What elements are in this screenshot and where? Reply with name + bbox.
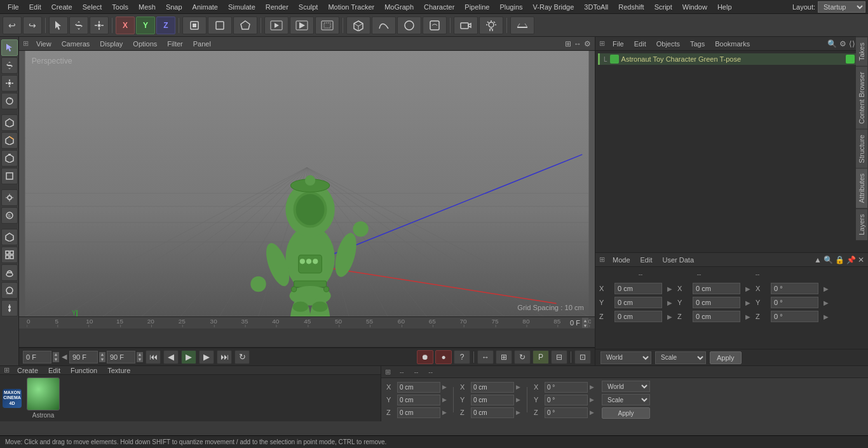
render-button[interactable]	[290, 17, 314, 34]
rotate-tool[interactable]	[1, 93, 18, 109]
weight-tool[interactable]	[1, 282, 18, 299]
attr-x-size[interactable]	[693, 283, 740, 294]
step-back-button[interactable]: ◀	[163, 350, 179, 364]
polygon-mode-button[interactable]	[233, 17, 257, 34]
redo-button[interactable]: ↪	[23, 17, 42, 34]
menu-mograph[interactable]: MoGraph	[379, 0, 419, 13]
scale-tool[interactable]	[1, 75, 18, 92]
menu-window[interactable]: Window	[677, 0, 712, 13]
om-filter-icon[interactable]: ⚙	[839, 39, 846, 48]
mat-texture-menu[interactable]: Texture	[105, 367, 133, 374]
attr-z-arrow[interactable]: ▶	[665, 313, 675, 320]
coord-x-stepper[interactable]: ▶	[442, 384, 447, 390]
attr-y-pos[interactable]	[614, 297, 662, 308]
attr-y-arrow[interactable]: ▶	[665, 299, 675, 306]
layers-tab[interactable]: Layers	[856, 208, 868, 240]
coord-z-input[interactable]	[397, 407, 440, 418]
edge-mode-button[interactable]	[208, 17, 232, 34]
render-view-button[interactable]	[264, 17, 288, 34]
loop-button[interactable]: ↻	[234, 350, 250, 364]
attr-y3-arrow[interactable]: ▶	[821, 299, 831, 306]
attr-z3-arrow[interactable]: ▶	[821, 313, 831, 320]
menu-create[interactable]: Create	[46, 0, 78, 13]
attr-x-pos[interactable]	[614, 283, 662, 294]
viewport-display-menu[interactable]: Display	[97, 40, 125, 48]
attr-y-size[interactable]	[693, 297, 740, 308]
coord-sz-stepper[interactable]: ▶	[516, 409, 520, 416]
attr-pin-icon[interactable]: 📌	[846, 255, 856, 264]
om-objects-menu[interactable]: Objects	[654, 40, 682, 48]
timeline-keyframe-button[interactable]: ⊡	[574, 350, 591, 364]
viewport-view-menu[interactable]: View	[34, 40, 54, 48]
layout-select[interactable]: Startup Standard Animate	[818, 1, 865, 13]
timeline-rot-button[interactable]: ↻	[514, 350, 531, 364]
coord-ry-input[interactable]	[545, 395, 588, 405]
viewport-cameras-menu[interactable]: Cameras	[59, 40, 93, 48]
structure-tab[interactable]: Structure	[856, 129, 868, 168]
point-tool[interactable]	[1, 150, 18, 166]
joint-tool[interactable]	[1, 300, 18, 316]
menu-edit[interactable]: Edit	[24, 0, 46, 13]
attr-x-arrow[interactable]: ▶	[665, 285, 675, 292]
mirror-tool[interactable]	[1, 229, 18, 245]
object-manager-content[interactable]: L Astronaut Toy Character Green T-pose ⬤	[595, 51, 868, 252]
timeline-move-button[interactable]: ↔	[477, 350, 494, 364]
scale-tool-button[interactable]	[90, 17, 109, 34]
render-region-button[interactable]	[315, 17, 339, 34]
apply-button[interactable]: Apply	[710, 351, 742, 364]
snap-tool[interactable]	[1, 189, 18, 206]
menu-select[interactable]: Select	[78, 0, 107, 13]
timeline-pos-button[interactable]: P	[532, 350, 549, 364]
content-browser-tab[interactable]: Content Browser	[856, 66, 868, 129]
om-file-menu[interactable]: File	[610, 40, 627, 48]
undo-button[interactable]: ↩	[3, 17, 22, 34]
object-color-dot[interactable]	[846, 55, 855, 64]
om-bookmarks-menu[interactable]: Bookmarks	[712, 40, 752, 48]
coord-x-input[interactable]	[397, 382, 440, 393]
uv-tool[interactable]	[1, 168, 18, 184]
move-tool-button[interactable]	[69, 17, 88, 34]
om-edit-menu[interactable]: Edit	[632, 40, 649, 48]
attr-close-icon[interactable]: ✕	[858, 255, 864, 264]
menu-render[interactable]: Render	[261, 0, 294, 13]
attr-search-icon[interactable]: 🔍	[824, 255, 833, 264]
record-button[interactable]: ⏺	[417, 350, 433, 364]
camera-button[interactable]	[454, 17, 478, 34]
light-button[interactable]	[479, 17, 503, 34]
menu-motion-tracker[interactable]: Motion Tracker	[323, 0, 379, 13]
timeline-grid-button[interactable]: ⊟	[551, 350, 567, 364]
coord-sy-stepper[interactable]: ▶	[516, 397, 520, 403]
timeline-settings-button[interactable]: ?	[454, 350, 470, 364]
attr-y2-arrow[interactable]: ▶	[743, 299, 753, 306]
current-frame-down[interactable]: ▼	[53, 357, 59, 362]
coord-rz-stepper[interactable]: ▶	[590, 409, 594, 416]
sculpt-tool[interactable]	[1, 264, 18, 281]
menu-character[interactable]: Character	[419, 0, 459, 13]
coord-rz-input[interactable]	[545, 407, 588, 418]
menu-simulate[interactable]: Simulate	[223, 0, 261, 13]
takes-tab[interactable]: Takes	[856, 37, 868, 66]
attr-z-rot[interactable]	[771, 311, 818, 322]
object-row[interactable]: L Astronaut Toy Character Green T-pose ⬤	[598, 53, 865, 65]
attr-mode-menu[interactable]: Mode	[610, 256, 633, 264]
menu-pipeline[interactable]: Pipeline	[459, 0, 494, 13]
menu-script[interactable]: Script	[649, 0, 677, 13]
end-frame-up[interactable]: ▲	[99, 352, 105, 357]
grid-tool[interactable]	[1, 247, 18, 263]
attr-z-size[interactable]	[693, 311, 740, 322]
end-frame-input[interactable]	[69, 351, 98, 363]
coord-rx-input[interactable]	[545, 382, 588, 393]
om-search-icon[interactable]: 🔍	[827, 39, 837, 48]
scale-dropdown[interactable]: Scale Size	[602, 394, 650, 405]
attributes-tab[interactable]: Attributes	[856, 168, 868, 208]
om-tags-menu[interactable]: Tags	[688, 40, 707, 48]
material-item[interactable]: Astrona	[27, 377, 60, 419]
menu-3dtoall[interactable]: 3DToAll	[579, 0, 613, 13]
coord-z-stepper[interactable]: ▶	[442, 409, 447, 416]
frame-down-btn[interactable]: ▼	[582, 323, 588, 328]
mat-create-menu[interactable]: Create	[15, 367, 41, 374]
attr-up-icon[interactable]: ▲	[814, 255, 822, 264]
floor-button[interactable]	[510, 17, 534, 34]
viewport-filter-menu[interactable]: Filter	[165, 40, 185, 48]
viewport-canvas[interactable]: Perspective Grid Spacing : 10 cm Y X	[19, 51, 595, 316]
